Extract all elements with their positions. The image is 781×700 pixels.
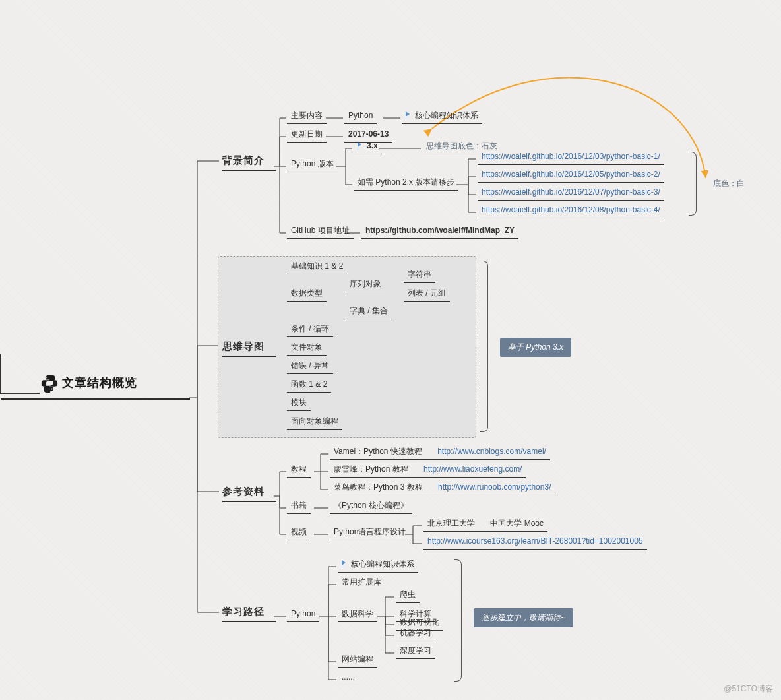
node-path-spider: 爬虫 xyxy=(396,588,420,603)
node-path-etc: ...... xyxy=(338,670,359,685)
link-liao-url[interactable]: http://www.liaoxuefeng.com/ xyxy=(423,464,522,474)
link-basic-2[interactable]: https://woaielf.github.io/2016/12/05/pyt… xyxy=(478,168,664,183)
node-tut-runoob: 菜鸟教程：Python 3 教程 http://www.runoob.com/p… xyxy=(330,480,555,495)
node-basic-12: 基础知识 1 & 2 xyxy=(287,259,347,274)
node-main-content-label: 主要内容 xyxy=(287,109,327,124)
node-python-version-label: Python 版本 xyxy=(287,157,338,172)
node-tutorial-label: 教程 xyxy=(287,462,311,478)
node-sequence: 序列对象 xyxy=(346,277,385,292)
bracket-mindmap xyxy=(480,261,488,432)
link-basic-3[interactable]: https://woaielf.github.io/2016/12/07/pyt… xyxy=(478,185,664,201)
node-condition-loop: 条件 / 循环 xyxy=(287,322,333,337)
node-path-dl: 深度学习 xyxy=(396,644,435,659)
node-datatypes: 数据类型 xyxy=(287,286,327,302)
node-video-top: 北京理工大学 中国大学 Mooc xyxy=(423,517,547,532)
node-book-value: 《Python 核心编程》 xyxy=(330,499,412,514)
node-python-3x: 3.x xyxy=(354,139,382,154)
root-title: 文章结构概览 xyxy=(59,375,140,391)
node-tut-liao: 廖雪峰：Python 教程 http://www.liaoxuefeng.com… xyxy=(330,462,526,478)
link-vamei-url[interactable]: http://www.cnblogs.com/vamei/ xyxy=(437,447,546,456)
flag-icon xyxy=(406,111,412,118)
section-references: 参考资料 xyxy=(220,483,279,503)
link-runoob-url[interactable]: http://www.runoob.com/python3/ xyxy=(438,482,551,492)
node-module: 模块 xyxy=(287,396,311,411)
node-github-label: GitHub 项目地址 xyxy=(287,224,354,239)
root-stub-connector xyxy=(0,354,40,394)
node-video-school: 北京理工大学 xyxy=(427,519,475,528)
flag-icon xyxy=(358,142,364,148)
node-path-core: 核心编程知识体系 xyxy=(338,557,418,573)
node-list-tuple: 列表 / 元组 xyxy=(404,286,450,302)
section-bg-intro: 背景简介 xyxy=(220,152,279,172)
node-tut-vamei-name: Vamei：Python 快速教程 xyxy=(334,447,422,456)
node-python-3x-text: 3.x xyxy=(367,141,378,150)
section-learning-path: 学习路径 xyxy=(220,603,279,623)
section-mindmap: 思维导图 xyxy=(220,338,279,358)
node-path-datascience: 数据科学 xyxy=(338,607,377,622)
bracket-white-note xyxy=(689,152,697,216)
node-main-content-value: Python xyxy=(344,109,377,124)
node-error-exception: 错误 / 异常 xyxy=(287,359,333,374)
link-video-url[interactable]: http://www.icourse163.org/learn/BIT-2680… xyxy=(423,534,647,550)
node-path-ml: 机器学习 xyxy=(396,626,435,641)
root-underline xyxy=(1,398,190,400)
node-video-label: 视频 xyxy=(287,525,311,540)
node-file-obj: 文件对象 xyxy=(287,340,327,356)
callout-based-on-py3: 基于 Python 3.x xyxy=(500,338,571,357)
flag-icon xyxy=(342,560,348,567)
python-logo-icon xyxy=(40,373,59,393)
node-tut-vamei: Vamei：Python 快速教程 http://www.cnblogs.com… xyxy=(330,445,550,460)
root-node: 文章结构概览 xyxy=(40,373,140,393)
link-github-url[interactable]: https://github.com/woaielf/MindMap_ZY xyxy=(361,224,518,239)
link-basic-4[interactable]: https://woaielf.github.io/2016/12/08/pyt… xyxy=(478,203,664,218)
node-python-2x-note: 如需 Python 2.x 版本请移步 xyxy=(354,175,458,191)
node-oop: 面向对象编程 xyxy=(287,414,342,430)
watermark: @51CTO博客 xyxy=(724,684,773,695)
node-function-12: 函数 1 & 2 xyxy=(287,377,331,393)
bracket-learning-path xyxy=(454,559,462,682)
node-path-root: Python xyxy=(287,607,319,622)
node-core-knowledge-flag: 核心编程知识体系 xyxy=(402,109,482,124)
node-tut-liao-name: 廖雪峰：Python 教程 xyxy=(334,464,408,474)
node-path-core-text: 核心编程知识体系 xyxy=(351,559,414,569)
node-tut-runoob-name: 菜鸟教程：Python 3 教程 xyxy=(334,482,423,492)
node-string: 字符串 xyxy=(404,268,435,283)
node-dict-set: 字典 / 集合 xyxy=(346,304,392,319)
node-path-extlib: 常用扩展库 xyxy=(338,575,385,590)
note-bgcolor-white: 底色：白 xyxy=(709,177,749,191)
node-core-knowledge-flag-text: 核心编程知识体系 xyxy=(415,111,478,120)
node-video-course: Python语言程序设计 xyxy=(330,525,410,540)
node-update-label: 更新日期 xyxy=(287,127,327,143)
node-video-platform: 中国大学 Mooc xyxy=(490,519,544,528)
node-book-label: 书籍 xyxy=(287,499,311,514)
link-basic-1[interactable]: https://woaielf.github.io/2016/12/03/pyt… xyxy=(478,150,664,165)
node-path-web: 网站编程 xyxy=(338,652,377,668)
callout-wip: 逐步建立中，敬请期待~ xyxy=(474,608,573,627)
